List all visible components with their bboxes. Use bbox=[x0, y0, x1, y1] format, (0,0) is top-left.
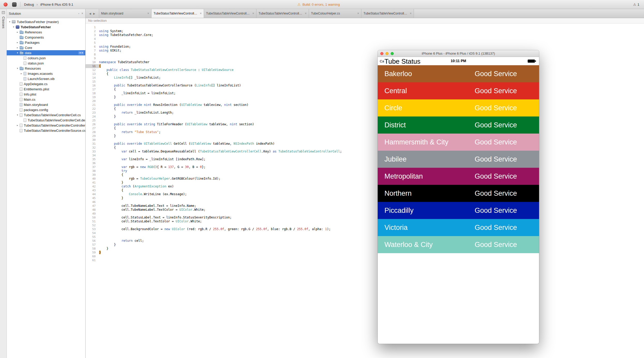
tree-item[interactable]: Main.cs bbox=[7, 97, 85, 102]
code-line[interactable]: 9 bbox=[86, 56, 644, 60]
code-line[interactable]: 1 bbox=[86, 25, 644, 29]
tube-line-row[interactable]: Waterloo & CityGood Service bbox=[378, 236, 539, 253]
code-line[interactable]: 35 var lineInfo = _lineInfoList [indexPa… bbox=[86, 157, 644, 161]
tube-line-row[interactable]: DistrictGood Service bbox=[378, 116, 539, 134]
code-line[interactable]: 45 } bbox=[86, 196, 644, 200]
code-line[interactable]: 32 { bbox=[86, 146, 644, 150]
code-line[interactable]: 21 public override nint RowsInSection (U… bbox=[86, 103, 644, 107]
tree-item[interactable]: ▸Packages bbox=[7, 40, 85, 45]
code-line[interactable]: 7using UIKit; bbox=[86, 49, 644, 53]
tab-close-icon[interactable]: × bbox=[147, 12, 149, 15]
disclosure-closed-icon[interactable]: ▸ bbox=[16, 41, 19, 44]
simulator-titlebar[interactable]: iPhone 6 Plus - iPhone 6 Plus / iOS 9.1 … bbox=[378, 50, 539, 57]
notification-indicator[interactable]: ⚠ 1 bbox=[633, 3, 639, 6]
code-line[interactable]: 54 bbox=[86, 231, 644, 235]
tree-item[interactable]: ▾data bbox=[7, 50, 85, 55]
code-line[interactable]: 52 bbox=[86, 223, 644, 227]
code-line[interactable]: 17 { bbox=[86, 87, 644, 91]
back-icon[interactable]: ◀ bbox=[89, 12, 91, 15]
code-line[interactable]: 34 bbox=[86, 154, 644, 157]
editor-tab[interactable]: TubeStatusTableViewControllerSource.cs× bbox=[151, 9, 204, 18]
code-line[interactable]: 11{ bbox=[86, 64, 644, 68]
code-line[interactable]: 37 var rgb = new RGB(){ R = 137, G = 30,… bbox=[86, 165, 644, 169]
build-status[interactable]: ⚠ Build: 0 errors, 1 warning bbox=[297, 2, 340, 6]
disclosure-open-icon[interactable]: ▾ bbox=[16, 52, 19, 54]
tube-line-row[interactable]: CentralGood Service bbox=[378, 82, 539, 99]
code-line[interactable]: 28 return "Tube Status"; bbox=[86, 130, 644, 134]
code-line[interactable]: 49 bbox=[86, 212, 644, 216]
dock-icon[interactable]: ▫ bbox=[78, 12, 79, 15]
code-line[interactable]: 31 public override UITableViewCell GetCe… bbox=[86, 142, 644, 146]
code-line[interactable]: 38 try bbox=[86, 169, 644, 173]
tree-item[interactable]: LaunchScreen.xib bbox=[7, 76, 85, 81]
code-line[interactable]: 59} bbox=[86, 251, 644, 254]
code-line[interactable]: 24 } bbox=[86, 115, 644, 119]
code-line[interactable]: 43 { bbox=[86, 188, 644, 192]
tree-item[interactable]: Components bbox=[7, 35, 85, 40]
tab-close-icon[interactable]: × bbox=[410, 12, 412, 15]
tree-item[interactable]: ▸Images.xcassets bbox=[7, 71, 85, 76]
code-line[interactable]: 23 return _lineInfoList.Length; bbox=[86, 111, 644, 115]
tab-classes[interactable]: Classes bbox=[2, 17, 5, 28]
tree-item[interactable]: Main.storyboard bbox=[7, 102, 85, 107]
disclosure-closed-icon[interactable]: ▸ bbox=[16, 124, 19, 127]
tree-item[interactable]: Entitlements.plist bbox=[7, 86, 85, 92]
tree-item[interactable]: ▸Core bbox=[7, 45, 85, 50]
tab-close-icon[interactable]: × bbox=[200, 12, 202, 15]
code-line[interactable]: 14 LineInfo[] _lineInfoList; bbox=[86, 76, 644, 80]
folder-options-badge[interactable] bbox=[78, 51, 84, 55]
editor-tab[interactable]: TubeStatusTableViewControllerCell.design… bbox=[361, 9, 414, 18]
code-line[interactable]: 20 bbox=[86, 99, 644, 103]
code-line[interactable]: 60 bbox=[86, 254, 644, 258]
code-line[interactable]: 12 public class TubeStatusTableViewContr… bbox=[86, 68, 644, 72]
code-line[interactable]: 42 catch (ArgumentException ex) bbox=[86, 185, 644, 188]
code-line[interactable]: 13 { bbox=[86, 72, 644, 76]
code-line[interactable]: 16 public TubeStatusTableViewControllerS… bbox=[86, 84, 644, 87]
tab-close-icon[interactable]: × bbox=[252, 12, 254, 15]
code-line[interactable]: 33 var cell = tableView.DequeueReusableC… bbox=[86, 150, 644, 154]
editor-tab[interactable]: TubeStatusTableViewControllerCell.cs× bbox=[204, 9, 256, 18]
tube-line-row[interactable]: VictoriaGood Service bbox=[378, 219, 539, 236]
code-line[interactable]: 40 rgb = TubeColourHelper.GetRGBColour(l… bbox=[86, 177, 644, 181]
disclosure-open-icon[interactable]: ▾ bbox=[12, 26, 15, 28]
breadcrumb[interactable]: No selection bbox=[86, 18, 644, 24]
tree-item[interactable]: TubeStatusTableViewControllerSource.cs bbox=[7, 128, 85, 133]
code-line[interactable]: 55 bbox=[86, 235, 644, 239]
tube-line-row[interactable]: Hammersmith & CityGood Service bbox=[378, 134, 539, 151]
zoom-window-icon[interactable] bbox=[391, 52, 394, 55]
code-line[interactable]: 61 bbox=[86, 258, 644, 262]
code-line[interactable]: 48 cell.TubeNameLabel.TextColor = UIColo… bbox=[86, 208, 644, 212]
code-line[interactable]: 26 public override string TitleForHeader… bbox=[86, 122, 644, 126]
configuration-dropdown[interactable]: Debug bbox=[24, 3, 34, 6]
code-line[interactable]: 25 bbox=[86, 119, 644, 122]
tree-item[interactable]: ▾TubeStatusFetcher (master) bbox=[7, 19, 85, 24]
code-line[interactable]: 10namespace TubeStatusFetcher bbox=[86, 60, 644, 64]
code-line[interactable]: 53 cell.BackgroundColor = new UIColor (r… bbox=[86, 227, 644, 231]
editor-tab[interactable]: TubeColourHelper.cs× bbox=[309, 9, 361, 18]
disclosure-closed-icon[interactable]: ▸ bbox=[20, 72, 23, 75]
tree-item[interactable]: packages.config bbox=[7, 107, 85, 112]
tree-item[interactable]: AppDelegate.cs bbox=[7, 81, 85, 86]
device-dropdown[interactable]: iPhone 6 Plus iOS 9.1 bbox=[40, 3, 73, 6]
tab-close-icon[interactable]: × bbox=[357, 12, 359, 15]
code-line[interactable]: 41 } bbox=[86, 181, 644, 185]
code-line[interactable]: 50 cell.StatusLabel.Text = lineInfo.Stat… bbox=[86, 216, 644, 220]
disclosure-open-icon[interactable]: ▾ bbox=[16, 67, 19, 70]
code-line[interactable]: 18 _lineInfoList = lineInfoList; bbox=[86, 91, 644, 95]
disclosure-closed-icon[interactable]: ▸ bbox=[16, 31, 19, 33]
tree-item[interactable]: ▸References bbox=[7, 30, 85, 35]
close-window-icon[interactable] bbox=[380, 52, 383, 55]
tree-item[interactable]: Info.plist bbox=[7, 92, 85, 97]
code-line[interactable]: 36 bbox=[86, 161, 644, 165]
tree-item[interactable]: ▸TubeStatusTableViewControllerController… bbox=[7, 123, 85, 128]
tree-item[interactable]: ▾TubeStatusFetcher bbox=[7, 24, 85, 30]
code-line[interactable]: 51 cell.StatusLabel.TextColor = UIColor.… bbox=[86, 220, 644, 223]
code-line[interactable]: 29 } bbox=[86, 134, 644, 138]
tube-line-row[interactable]: JubileeGood Service bbox=[378, 151, 539, 168]
code-line[interactable]: 39 { bbox=[86, 173, 644, 177]
code-line[interactable]: 44 Console.WriteLine (ex.Message); bbox=[86, 192, 644, 196]
tube-line-row[interactable]: BakerlooGood Service bbox=[378, 65, 539, 82]
disclosure-open-icon[interactable]: ▾ bbox=[16, 114, 19, 116]
code-line[interactable]: 30 bbox=[86, 138, 644, 142]
code-line[interactable]: 2using System; bbox=[86, 29, 644, 33]
